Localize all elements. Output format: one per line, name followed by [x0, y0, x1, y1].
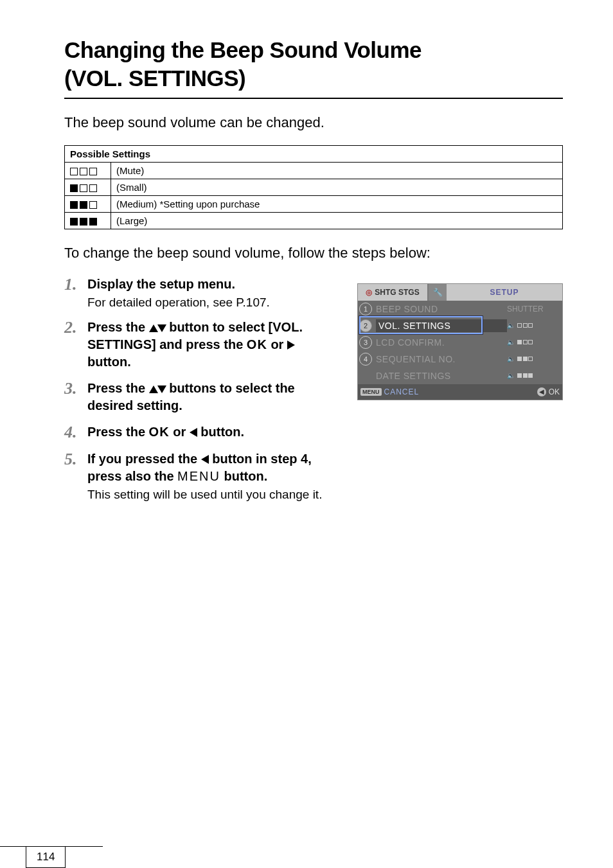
step-heading: If you pressed the button in step 4, pre…	[87, 450, 342, 485]
table-row: (Medium) *Setting upon purchase	[65, 195, 563, 212]
text: If you pressed the	[87, 452, 201, 466]
step-4: 4. Press the OK or button.	[64, 423, 342, 442]
row-value: SHUTTER	[507, 305, 558, 314]
menu-pill: MENU	[360, 388, 382, 396]
step-heading: Press the OK or button.	[87, 423, 342, 441]
table-row: (Large)	[65, 212, 563, 229]
lead-text: To change the beep sound volume, follow …	[64, 245, 563, 261]
row-index-icon: 2	[359, 319, 372, 332]
row-label: VOL. SETTINGS	[376, 319, 507, 332]
wrench-icon: 🔧	[433, 288, 443, 297]
setting-label: (Mute)	[111, 162, 563, 179]
text: Press the	[87, 320, 149, 334]
intro-text: The beep sound volume can be changed.	[64, 114, 563, 131]
step-3: 3. Press the buttons to select the desir…	[64, 380, 342, 414]
lcd-menu-row: 1BEEP SOUNDSHUTTER	[358, 301, 562, 317]
row-value: 🔈	[507, 339, 558, 346]
ok-glyph: OK	[149, 425, 170, 439]
text: button.	[200, 425, 244, 439]
setting-label: (Small)	[111, 179, 563, 195]
menu-glyph: MENU	[177, 469, 220, 483]
speaker-icon: 🔈	[507, 355, 515, 362]
left-icon	[201, 455, 209, 464]
steps-list: 1. Display the setup menu. For detailed …	[64, 276, 342, 502]
row-value: 🔈	[507, 372, 558, 379]
title-line1: Changing the Beep Sound Volume	[64, 37, 422, 62]
step-subtext: For detailed operation, see P.107.	[87, 296, 342, 310]
up-down-icon	[149, 320, 166, 334]
step-number: 4.	[64, 423, 87, 442]
left-icon	[190, 428, 197, 437]
volume-level-icon	[65, 179, 111, 195]
camera-lcd: ◎ SHTG STGS 🔧 SETUP 1BEEP SOUNDSHUTTER2V…	[357, 283, 563, 400]
lcd-tab-tools: 🔧	[429, 284, 447, 301]
text: or	[173, 425, 190, 439]
step-number: 1.	[64, 276, 87, 294]
step-heading: Press the button to select [VOL. SETTING…	[87, 319, 342, 371]
row-index-icon: 3	[359, 336, 372, 349]
volume-level-icon	[65, 195, 111, 212]
cancel-label: CANCEL	[384, 387, 420, 396]
text: or	[271, 337, 287, 351]
lcd-footer: MENU CANCEL ◀ OK	[358, 384, 562, 400]
row-value: 🔈	[507, 322, 558, 329]
lcd-menu-row: DATE SETTINGS🔈	[358, 368, 562, 384]
text: Press the	[87, 425, 149, 439]
step-5: 5. If you pressed the button in step 4, …	[64, 450, 342, 502]
lcd-body: 1BEEP SOUNDSHUTTER2VOL. SETTINGS🔈3LCD CO…	[358, 301, 562, 384]
lcd-menu-row: 4SEQUENTIAL NO.🔈	[358, 351, 562, 368]
lcd-tabs: ◎ SHTG STGS 🔧 SETUP	[358, 284, 562, 301]
setting-label: (Medium) *Setting upon purchase	[111, 195, 563, 212]
text: Press the	[87, 381, 149, 395]
step-1: 1. Display the setup menu. For detailed …	[64, 276, 342, 310]
table-row: (Mute)	[65, 162, 563, 179]
row-label: LCD CONFIRM.	[376, 337, 507, 348]
step-number: 5.	[64, 450, 87, 469]
step-2: 2. Press the button to select [VOL. SETT…	[64, 319, 342, 371]
table-header: Possible Settings	[65, 145, 563, 162]
settings-table: Possible Settings (Mute)(Small)(Medium) …	[64, 145, 563, 229]
page-footer: 114	[0, 846, 103, 868]
section-title: Changing the Beep Sound Volume (VOL. SET…	[64, 36, 563, 93]
title-underline	[64, 98, 563, 99]
step-number: 2.	[64, 319, 87, 337]
row-label: BEEP SOUND	[376, 304, 507, 314]
right-icon	[287, 341, 295, 350]
camera-icon: ◎	[366, 288, 372, 297]
speaker-icon: 🔈	[507, 372, 515, 379]
speaker-icon: 🔈	[507, 339, 515, 346]
title-line2: (VOL. SETTINGS)	[64, 66, 245, 91]
up-down-icon	[149, 381, 166, 395]
text: button.	[87, 355, 131, 369]
ok-glyph: OK	[247, 337, 267, 351]
setting-label: (Large)	[111, 212, 563, 229]
step-heading: Display the setup menu.	[87, 276, 342, 293]
text: button.	[224, 469, 268, 483]
page-number: 114	[26, 847, 66, 868]
lcd-tab-setup: SETUP	[447, 284, 562, 301]
row-index-icon: 4	[359, 353, 372, 366]
step-heading: Press the buttons to select the desired …	[87, 380, 342, 414]
volume-level-icon	[65, 162, 111, 179]
left-ok-icon: ◀	[537, 387, 546, 396]
text: SHTG STGS	[375, 288, 419, 297]
lcd-tab-shooting: ◎ SHTG STGS	[358, 284, 429, 301]
row-label: DATE SETTINGS	[376, 371, 507, 381]
row-index-icon: 1	[359, 303, 372, 315]
row-value: 🔈	[507, 355, 558, 362]
step-subtext: This setting will be used until you chan…	[87, 488, 342, 502]
lcd-menu-row: 3LCD CONFIRM.🔈	[358, 334, 562, 351]
step-number: 3.	[64, 380, 87, 398]
table-row: (Small)	[65, 179, 563, 195]
lcd-menu-row: 2VOL. SETTINGS🔈	[358, 317, 562, 334]
speaker-icon: 🔈	[507, 322, 515, 329]
volume-level-icon	[65, 212, 111, 229]
row-label: SEQUENTIAL NO.	[376, 354, 507, 364]
ok-label: OK	[549, 387, 560, 396]
